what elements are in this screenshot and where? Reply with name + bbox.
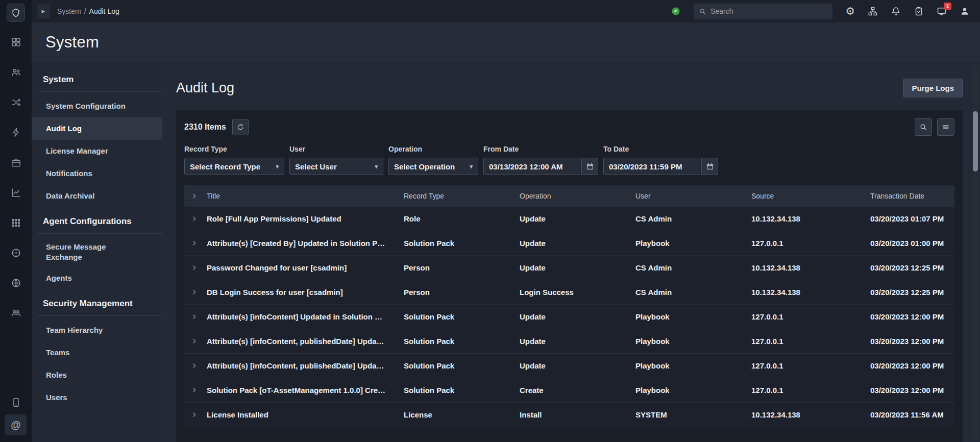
calendar-icon: [706, 162, 714, 170]
sidebar-item-label: Secure Message Exchange: [46, 242, 134, 262]
content-area: SystemSystem ConfigurationAudit LogLicen…: [32, 62, 980, 442]
cell-transaction-date: 03/20/2023 11:56 AM: [867, 410, 954, 419]
row-expand-chevron[interactable]: [184, 289, 204, 296]
scrollbar-thumb[interactable]: [973, 111, 978, 171]
purge-logs-button[interactable]: Purge Logs: [903, 79, 963, 97]
filter-user: User Select User ▾: [289, 145, 383, 175]
table-row[interactable]: Solution Pack [oT-AssetManagement 1.0.0]…: [184, 378, 954, 403]
cell-operation: Update: [517, 239, 632, 248]
cell-source: 10.132.34.138: [748, 410, 867, 419]
sidebar-item-roles[interactable]: Roles: [32, 364, 162, 386]
main-column: ▶ System / Audit Log ⚙: [32, 0, 980, 442]
column-header-title: Title: [204, 192, 401, 200]
global-globe-icon[interactable]: [0, 268, 32, 298]
sidebar-item-notifications[interactable]: Notifications: [32, 162, 162, 185]
column-header-user: User: [632, 192, 748, 200]
cell-source: 127.0.0.1: [748, 337, 867, 346]
device-tasks-icon[interactable]: [0, 390, 32, 414]
user-select[interactable]: Select User ▾: [289, 158, 383, 175]
row-expand-chevron[interactable]: [184, 264, 204, 271]
row-expand-chevron[interactable]: [184, 387, 204, 394]
user-profile-icon[interactable]: [960, 6, 970, 16]
sidebar-section-security-management: Security ManagementTeam HierarchyTeamsRo…: [32, 289, 162, 409]
modules-grid-icon[interactable]: [0, 208, 32, 238]
table-row[interactable]: Role [Full App Permissions] UpdatedRoleU…: [184, 207, 954, 231]
sidebar-item-system-configuration[interactable]: System Configuration: [32, 95, 162, 117]
main-header-row: Audit Log Purge Logs: [176, 78, 963, 98]
teams-people-icon[interactable]: [0, 298, 32, 328]
cell-operation: Update: [517, 263, 632, 272]
cell-record-type: Solution Pack: [401, 337, 517, 346]
sidebar-item-license-manager[interactable]: License Manager: [32, 140, 162, 162]
sitemap-icon[interactable]: [868, 6, 878, 16]
cell-source: 10.132.34.138: [748, 263, 867, 272]
filter-label: From Date: [483, 145, 598, 153]
search-icon: [919, 123, 927, 131]
table-row[interactable]: Attribute(s) [Created By] Updated in Sol…: [184, 231, 954, 256]
sidebar-item-teams[interactable]: Teams: [32, 341, 162, 364]
workflow-shuffle-icon[interactable]: [0, 87, 32, 117]
sidebar-item-audit-log[interactable]: Audit Log: [32, 117, 162, 140]
approvals-clipboard-icon[interactable]: [914, 6, 924, 16]
breadcrumb-parent[interactable]: System: [57, 7, 81, 15]
system-health-icon[interactable]: [671, 6, 681, 16]
row-expand-chevron[interactable]: [184, 240, 204, 247]
case-briefcase-icon[interactable]: [0, 148, 32, 178]
to-date-input[interactable]: 03/20/2023 11:59 PM: [603, 158, 700, 175]
refresh-icon: [236, 123, 244, 131]
reports-chart-icon[interactable]: [0, 178, 32, 208]
from-date-input[interactable]: 03/13/2023 12:00 AM: [483, 158, 580, 175]
table-row[interactable]: DB Login Success for user [csadmin]Perso…: [184, 280, 954, 305]
top-bar: ▶ System / Audit Log ⚙: [32, 0, 980, 22]
settings-gear-icon[interactable]: ⚙: [845, 6, 855, 16]
cell-operation: Update: [517, 312, 632, 321]
sidebar-item-data-archival[interactable]: Data Archival: [32, 185, 162, 207]
from-date-calendar-button[interactable]: [581, 158, 598, 175]
sidebar-item-agents[interactable]: Agents: [32, 267, 162, 289]
mentions-at-icon[interactable]: @: [5, 414, 27, 435]
column-header-operation: Operation: [517, 192, 632, 200]
select-value: Select Operation: [394, 162, 455, 171]
search-input[interactable]: [710, 7, 827, 15]
table-row[interactable]: Attribute(s) [infoContent, publishedDate…: [184, 354, 954, 378]
page-header-band: System: [32, 22, 980, 62]
table-row[interactable]: Password Changed for user [csadmin]Perso…: [184, 256, 954, 280]
breadcrumb-collapse-button[interactable]: ▶: [37, 4, 50, 18]
dashboard-icon[interactable]: [0, 27, 32, 57]
section-title: Audit Log: [176, 80, 234, 96]
filter-label: To Date: [603, 145, 718, 153]
global-search: [694, 4, 832, 19]
cell-record-type: Person: [401, 263, 517, 272]
row-expand-chevron[interactable]: [184, 215, 204, 222]
column-settings-button[interactable]: [937, 118, 954, 136]
search-icon: [699, 8, 706, 15]
page-scrollbar[interactable]: [972, 64, 978, 440]
notifications-bell-icon[interactable]: [891, 6, 901, 16]
cell-source: 127.0.0.1: [748, 239, 867, 248]
operation-select[interactable]: Select Operation ▾: [388, 158, 478, 175]
table-row[interactable]: Attribute(s) [infoContent, publishedDate…: [184, 329, 954, 354]
table-search-button[interactable]: [915, 118, 932, 136]
row-expand-chevron[interactable]: [184, 362, 204, 369]
automation-bolt-icon[interactable]: [0, 117, 32, 148]
refresh-button[interactable]: [232, 119, 249, 135]
sidebar-item-users[interactable]: Users: [32, 386, 162, 409]
row-expand-chevron[interactable]: [184, 338, 204, 345]
expand-all-chevron[interactable]: [184, 193, 204, 200]
sidebar-item-secure-message-exchange[interactable]: Secure Message Exchange: [32, 237, 162, 267]
cell-user: CS Admin: [632, 214, 748, 223]
row-expand-chevron[interactable]: [184, 313, 204, 320]
record-type-select[interactable]: Select Record Type ▾: [184, 158, 284, 175]
sidebar-item-label: License Manager: [46, 146, 108, 156]
system-alerts-monitor-icon[interactable]: 1: [937, 6, 947, 16]
filter-bar: Record Type Select Record Type ▾ User Se…: [184, 145, 954, 175]
row-expand-chevron[interactable]: [184, 411, 204, 418]
sidebar-item-team-hierarchy[interactable]: Team Hierarchy: [32, 319, 162, 341]
to-date-calendar-button[interactable]: [701, 158, 718, 175]
table-row[interactable]: License InstalledLicenseInstallSYSTEM10.…: [184, 403, 954, 427]
cell-user: SYSTEM: [632, 410, 748, 419]
app-logo[interactable]: [7, 4, 25, 22]
navigation-target-icon[interactable]: [0, 238, 32, 268]
table-row[interactable]: Attribute(s) [infoContent] Updated in So…: [184, 305, 954, 329]
queue-management-icon[interactable]: [0, 57, 32, 87]
